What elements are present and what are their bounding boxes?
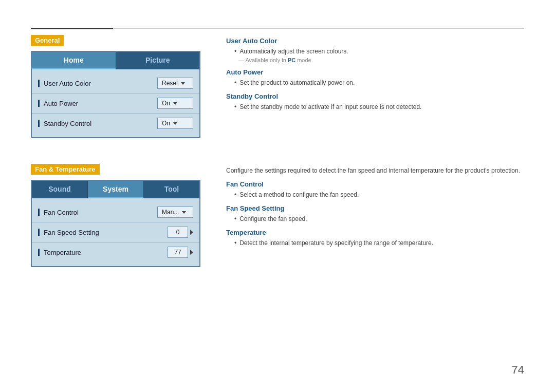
general-tabs: Home Picture (32, 52, 199, 69)
auto-power-label: Auto Power (38, 100, 152, 107)
label-bar (38, 100, 40, 107)
table-row: User Auto Color Reset (32, 73, 199, 94)
tab-sound[interactable]: Sound (32, 181, 88, 198)
dropdown-arrow-icon (173, 122, 177, 125)
fan-section-right: Configure the settings required to detec… (226, 164, 524, 267)
temperature-arrow-right[interactable] (190, 250, 193, 255)
standby-control-desc: Set the standby mode to activate if an i… (234, 102, 524, 111)
fan-control-control: Man... (152, 207, 193, 218)
user-auto-color-desc: Automatically adjust the screen colours. (234, 47, 524, 56)
table-row: Fan Control Man... (32, 202, 199, 222)
auto-power-desc: Set the product to automatically power o… (234, 78, 524, 87)
user-auto-color-sub: — Available only in PC mode. (238, 57, 524, 63)
tab-picture[interactable]: Picture (116, 52, 200, 69)
fan-control-desc: Select a method to configure the fan spe… (234, 190, 524, 199)
fan-menu-panel: Sound System Tool Fan Control (31, 180, 200, 267)
table-row: Fan Speed Setting 0 (32, 222, 199, 242)
auto-power-dropdown[interactable]: On (157, 98, 193, 109)
general-section-right: User Auto Color Automatically adjust the… (226, 35, 524, 138)
page-number: 74 (512, 363, 524, 377)
fan-speed-arrow-right[interactable] (190, 230, 193, 235)
tab-tool[interactable]: Tool (144, 181, 199, 198)
table-row: Temperature 77 (32, 242, 199, 262)
standby-control-heading: Standby Control (226, 92, 524, 100)
fan-section-left: Fan & Temperature Sound System Tool (31, 164, 206, 267)
tab-system[interactable]: System (88, 181, 144, 198)
general-menu-body: User Auto Color Reset A (32, 69, 199, 137)
general-menu-panel: Home Picture User Auto Color (31, 51, 200, 138)
temperature-value: 77 (168, 247, 188, 258)
user-auto-color-label: User Auto Color (38, 80, 152, 87)
dropdown-arrow-icon (181, 82, 185, 85)
fan-intro: Configure the settings required to detec… (226, 166, 524, 175)
temperature-control: 77 (152, 247, 193, 258)
fan-title: Fan & Temperature (31, 164, 100, 175)
label-bar (38, 229, 40, 236)
auto-power-control: On (152, 98, 193, 109)
label-bar (38, 80, 40, 87)
fan-control-label: Fan Control (38, 209, 152, 216)
table-row: Standby Control On (32, 114, 199, 133)
standby-control-dropdown[interactable]: On (157, 118, 193, 129)
temperature-label: Temperature (38, 249, 152, 256)
top-line-accent (31, 28, 113, 29)
label-bar (38, 120, 40, 127)
fan-menu-body: Fan Control Man... Fan (32, 198, 199, 266)
general-title: General (31, 35, 64, 46)
fan-speed-control: 0 (152, 227, 193, 238)
label-bar (38, 209, 40, 216)
fan-tabs: Sound System Tool (32, 181, 199, 198)
dropdown-arrow-icon (173, 102, 177, 105)
user-auto-color-dropdown[interactable]: Reset (157, 78, 193, 89)
fan-control-dropdown[interactable]: Man... (157, 207, 193, 218)
dropdown-arrow-icon (182, 211, 186, 214)
temperature-desc: Detect the internal temperature by speci… (234, 238, 524, 248)
fan-speed-label: Fan Speed Setting (38, 229, 152, 236)
standby-control-label: Standby Control (38, 120, 152, 127)
user-auto-color-heading: User Auto Color (226, 37, 524, 45)
fan-speed-heading: Fan Speed Setting (226, 204, 524, 212)
fan-speed-value: 0 (168, 227, 188, 238)
tab-home[interactable]: Home (32, 52, 116, 69)
fan-speed-desc: Configure the fan speed. (234, 214, 524, 223)
fan-control-heading: Fan Control (226, 180, 524, 188)
table-row: Auto Power On (32, 94, 199, 114)
user-auto-color-control: Reset (152, 78, 193, 89)
general-section-left: General Home Picture User Auto Co (31, 35, 206, 138)
standby-control-control: On (152, 118, 193, 129)
label-bar (38, 249, 40, 256)
auto-power-heading: Auto Power (226, 68, 524, 76)
temperature-heading: Temperature (226, 229, 524, 236)
